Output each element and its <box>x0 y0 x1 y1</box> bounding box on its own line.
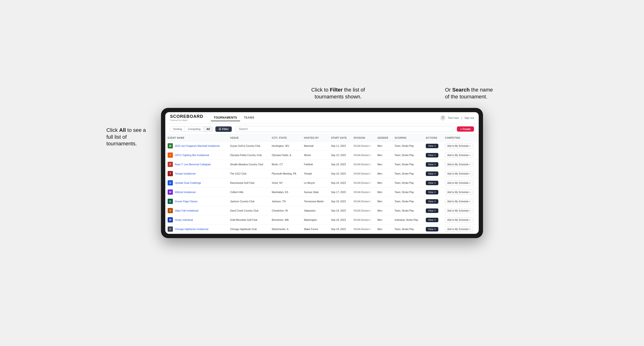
division-cell-7: NCAA Division I <box>352 206 375 215</box>
hosted-by-cell-5: Kansas State <box>302 187 329 197</box>
sign-out-link[interactable]: Sign out <box>464 116 474 119</box>
team-logo-9: C <box>168 226 173 232</box>
col-start-date: START DATE <box>329 135 352 141</box>
view-button-8[interactable]: View ⊙ <box>426 218 438 222</box>
add-schedule-button-7[interactable]: Add to My Schedule + <box>445 208 473 213</box>
team-logo-4: U <box>168 180 173 185</box>
add-schedule-button-2[interactable]: Add to My Schedule + <box>445 162 473 167</box>
table-row: W Wildcat Invitational Colbert Hills Man… <box>165 187 479 197</box>
filter-button[interactable]: ☰ Filter <box>216 126 232 132</box>
col-gender: GENDER <box>375 135 392 141</box>
actions-cell-3: View ⊙ <box>424 169 443 178</box>
view-icon-8: ⊙ <box>434 219 436 221</box>
separator: | <box>462 116 462 119</box>
all-btn[interactable]: All <box>204 126 213 132</box>
venue-cell-2: Shuttle Meadow Country Club <box>228 160 270 169</box>
add-schedule-button-1[interactable]: Add to My Schedule + <box>445 153 473 158</box>
annotation-top-right: Or Search the name of the tournament. <box>445 87 497 100</box>
add-schedule-button-4[interactable]: Add to My Schedule + <box>445 180 473 185</box>
gender-cell-1: Men <box>375 151 392 160</box>
gender-cell-8: Men <box>375 215 392 225</box>
view-icon-1: ⊙ <box>434 154 436 156</box>
scoring-cell-2: Team, Stroke Play <box>392 160 424 169</box>
event-link-3[interactable]: Temple Invitational <box>175 172 196 175</box>
view-button-6[interactable]: View ⊙ <box>426 199 438 204</box>
add-schedule-button-6[interactable]: Add to My Schedule + <box>445 199 473 204</box>
event-link-5[interactable]: Wildcat Invitational <box>175 191 196 193</box>
event-name-cell-6: G Grover Page Classic <box>165 197 228 206</box>
table-row: F Ryan T. Lee Memorial Collegiate Shuttl… <box>165 160 479 169</box>
event-link-0[interactable]: 2023 Joe Feaganes Marshall Invitational <box>175 145 220 147</box>
team-logo-7: V <box>168 208 173 213</box>
team-logo-2: F <box>168 162 173 167</box>
scoring-cell-5: Team, Stroke Play <box>392 187 424 197</box>
view-button-5[interactable]: View ⊙ <box>426 190 438 194</box>
competing-btn[interactable]: Competing <box>185 126 204 132</box>
competing-cell-1: Add to My Schedule + <box>443 151 479 160</box>
gender-cell-6: Men <box>375 197 392 206</box>
team-logo-0: M <box>168 143 173 149</box>
competing-cell-3: Add to My Schedule + <box>443 169 479 178</box>
view-icon-7: ⊙ <box>434 209 436 212</box>
logo-subtitle: Powered by clippd <box>170 119 203 121</box>
app-header: SCOREBOARD Powered by clippd TOURNAMENTS… <box>165 112 479 124</box>
toolbar: Hosting Competing All ☰ Filter + Create <box>165 124 479 135</box>
actions-cell-8: View ⊙ <box>424 215 443 225</box>
nav-tab-teams[interactable]: TEAMS <box>241 115 258 121</box>
event-name-cell-8: W Husky Individual <box>165 215 228 225</box>
col-hosted-by: HOSTED BY <box>302 135 329 141</box>
actions-cell-0: View ⊙ <box>424 141 443 151</box>
event-link-6[interactable]: Grover Page Classic <box>175 200 198 203</box>
hosting-btn[interactable]: Hosting <box>170 126 185 132</box>
start-date-cell-8: Sep 18, 2023 <box>329 215 352 225</box>
city-state-cell-7: Chesterton, IN <box>269 206 302 215</box>
venue-cell-7: Sand Creek Country Club <box>228 206 270 215</box>
add-schedule-button-3[interactable]: Add to My Schedule + <box>445 171 473 176</box>
table-row: G Grover Page Classic Jackson Country Cl… <box>165 197 479 206</box>
event-link-8[interactable]: Husky Individual <box>175 218 193 221</box>
event-link-9[interactable]: Chicago Highlands Invitational <box>175 228 208 230</box>
team-logo-3: T <box>168 171 173 176</box>
view-button-7[interactable]: View ⊙ <box>426 208 438 213</box>
event-link-1[interactable]: OFCC Fighting Illini Invitational <box>175 154 209 157</box>
view-button-9[interactable]: View ⊙ <box>426 227 438 231</box>
hosted-by-cell-2: Fairfield <box>302 160 329 169</box>
add-schedule-button-0[interactable]: Add to My Schedule + <box>445 144 473 149</box>
hosted-by-cell-0: Marshall <box>302 141 329 151</box>
city-state-cell-3: Plymouth Meeting, PA <box>269 169 302 178</box>
start-date-cell-0: Sep 11, 2023 <box>329 141 352 151</box>
hosted-by-cell-4: Le Moyne <box>302 178 329 187</box>
col-scoring: SCORING <box>392 135 424 141</box>
scoring-cell-0: Team, Stroke Play <box>392 141 424 151</box>
tablet-frame: SCOREBOARD Powered by clippd TOURNAMENTS… <box>161 108 483 238</box>
team-logo-8: W <box>168 217 173 222</box>
add-schedule-button-5[interactable]: Add to My Schedule + <box>445 190 473 195</box>
add-schedule-button-9[interactable]: Add to My Schedule + <box>445 227 473 232</box>
add-schedule-button-8[interactable]: Add to My Schedule + <box>445 217 473 222</box>
col-event-name: EVENT NAME <box>165 135 228 141</box>
nav-tab-tournaments[interactable]: TOURNAMENTS <box>211 115 240 121</box>
gender-cell-3: Men <box>375 169 392 178</box>
view-button-0[interactable]: View ⊙ <box>426 144 438 148</box>
tablet-screen: SCOREBOARD Powered by clippd TOURNAMENTS… <box>165 112 479 234</box>
view-button-4[interactable]: View ⊙ <box>426 181 438 185</box>
start-date-cell-4: Sep 16, 2023 <box>329 178 352 187</box>
team-logo-1: I <box>168 153 173 158</box>
view-button-3[interactable]: View ⊙ <box>426 172 438 176</box>
logo-title: SCOREBOARD <box>170 114 203 119</box>
create-button[interactable]: + Create <box>457 126 474 132</box>
view-button-1[interactable]: View ⊙ <box>426 153 438 158</box>
search-input[interactable] <box>236 126 453 132</box>
start-date-cell-1: Sep 15, 2023 <box>329 151 352 160</box>
event-link-7[interactable]: Valpo Fall Invitational <box>175 209 198 212</box>
scoring-cell-4: Team, Stroke Play <box>392 178 424 187</box>
view-button-2[interactable]: View ⊙ <box>426 162 438 167</box>
nav-tabs: TOURNAMENTS TEAMS <box>211 115 257 121</box>
view-icon-2: ⊙ <box>434 163 436 166</box>
event-link-2[interactable]: Ryan T. Lee Memorial Collegiate <box>175 163 211 166</box>
competing-cell-8: Add to My Schedule + <box>443 215 479 225</box>
tournaments-table-container: EVENT NAME VENUE CITY, STATE HOSTED BY S… <box>165 135 479 234</box>
event-link-4[interactable]: Upstate Dual Challenge <box>175 181 201 184</box>
scoring-cell-6: Team, Stroke Play <box>392 197 424 206</box>
team-logo-5: W <box>168 189 173 195</box>
